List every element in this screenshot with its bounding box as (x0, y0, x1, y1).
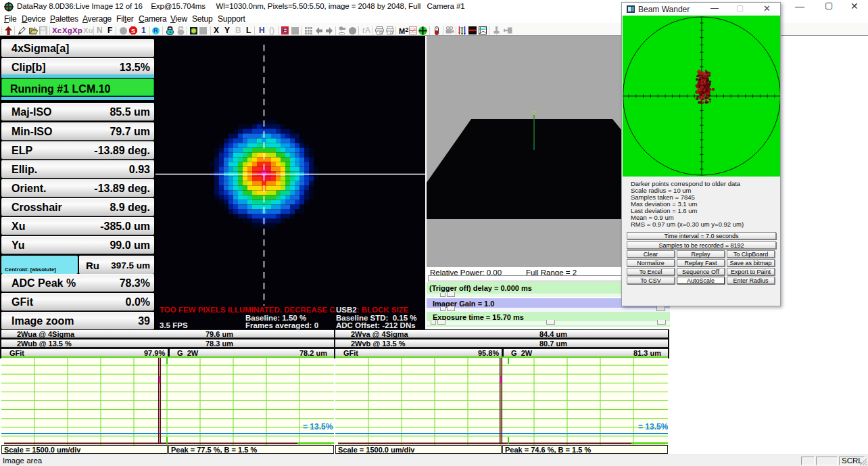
svg-text:S: S (131, 28, 135, 34)
svg-text:= 13.5%: = 13.5% (303, 422, 333, 432)
svg-text:= 13.5%: = 13.5% (638, 422, 668, 432)
svg-text:C: C (283, 26, 288, 34)
